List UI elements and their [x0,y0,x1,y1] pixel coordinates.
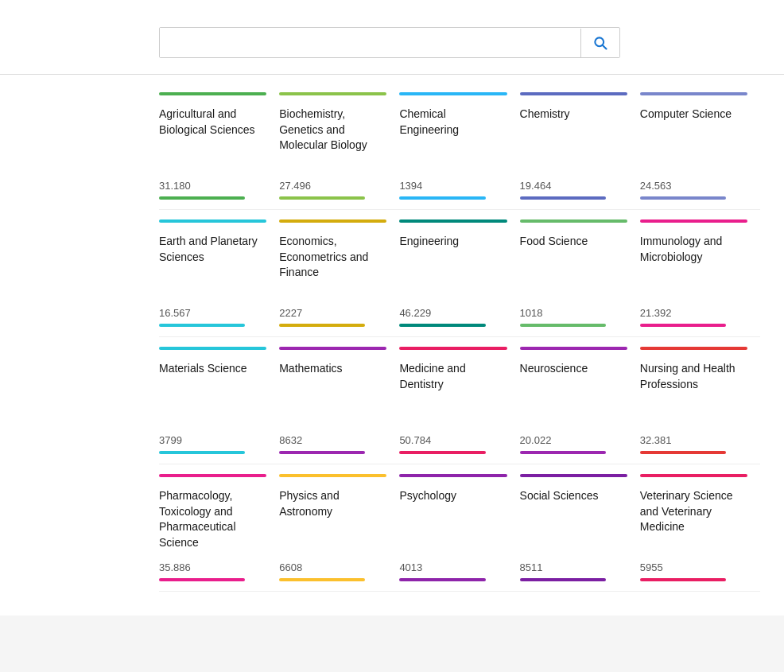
topic-cell-computer-science[interactable]: Computer Science24.563 [640,83,760,210]
topic-count: 35.886 [159,561,266,573]
topic-count: 6608 [279,561,386,573]
topic-name: Engineering [399,234,506,301]
topic-top-border [159,347,266,350]
topic-cell-chemical-engineering[interactable]: Chemical Engineering1394 [399,83,519,210]
topic-bar [520,451,606,454]
topic-cell-social-sciences[interactable]: Social Sciences8511 [520,464,640,592]
topic-count: 50.784 [399,434,506,446]
search-input[interactable] [160,28,580,57]
topic-top-border [520,219,627,223]
topic-top-border [640,92,747,95]
topic-bar [520,324,606,327]
topic-cell-psychology[interactable]: Psychology4013 [399,464,519,592]
topic-cell-medicine-dentistry[interactable]: Medicine and Dentistry50.784 [399,337,519,464]
topic-top-border [640,474,747,477]
topic-count: 1018 [520,307,627,319]
topic-bar [399,196,485,200]
topic-bar [159,324,245,327]
topic-bar [399,324,485,327]
topic-cell-agricultural-biological-sciences[interactable]: Agricultural and Biological Sciences31.1… [159,83,279,210]
topic-count: 24.563 [640,180,747,192]
topic-cell-food-science[interactable]: Food Science1018 [520,210,640,337]
topic-bar [520,196,606,200]
topic-cell-pharmacology-toxicology-pharmaceutical[interactable]: Pharmacology, Toxicology and Pharmaceuti… [159,464,279,592]
topic-top-border [399,219,506,223]
topic-top-border [279,92,386,95]
topic-bar [279,451,365,454]
topic-top-border [279,474,386,477]
topic-cell-neuroscience[interactable]: Neuroscience20.022 [520,337,640,464]
topic-name: Chemical Engineering [399,107,506,173]
topic-cell-economics-econometrics-finance[interactable]: Economics, Econometrics and Finance2227 [279,210,399,337]
topic-cell-chemistry[interactable]: Chemistry19.464 [520,83,640,210]
topic-top-border [399,474,506,477]
topic-count: 8632 [279,434,386,446]
topic-bar [279,324,365,327]
topic-name: Economics, Econometrics and Finance [279,234,386,301]
topic-name: Nursing and Health Professions [640,361,747,428]
topic-name: Agricultural and Biological Sciences [159,107,266,173]
topic-cell-physics-astronomy[interactable]: Physics and Astronomy6608 [279,464,399,592]
topic-count: 19.464 [520,180,627,192]
topic-top-border [159,474,266,477]
search-icon [592,35,608,51]
topic-top-border [520,474,627,477]
topic-top-border [520,347,627,350]
topic-name: Food Science [520,234,627,301]
topic-name: Social Sciences [520,488,627,555]
topic-count: 21.392 [640,307,747,319]
topic-cell-engineering[interactable]: Engineering46.229 [399,210,519,337]
topic-top-border [399,347,506,350]
topic-name: Pharmacology, Toxicology and Pharmaceuti… [159,488,266,555]
topic-bar [640,324,726,327]
topic-name: Immunology and Microbiology [640,234,747,301]
main-content: Agricultural and Biological Sciences31.1… [0,75,784,616]
topic-count: 46.229 [399,307,506,319]
topic-count: 2227 [279,307,386,319]
topic-count: 31.180 [159,180,266,192]
topic-top-border [399,92,506,95]
topic-name: Physics and Astronomy [279,488,386,555]
topic-bar [640,196,726,200]
topic-top-border [520,92,627,95]
topic-top-border [159,219,266,223]
topics-grid: Agricultural and Biological Sciences31.1… [159,83,760,592]
search-button[interactable] [580,29,619,57]
topic-bar [159,196,245,200]
topic-name: Biochemistry, Genetics and Molecular Bio… [279,107,386,173]
topic-count: 1394 [399,180,506,192]
topic-name: Neuroscience [520,361,627,428]
topic-bar [279,578,365,581]
topic-name: Veterinary Science and Veterinary Medici… [640,488,747,555]
topic-bar [520,578,606,581]
topic-bar [399,451,485,454]
topic-name: Earth and Planetary Sciences [159,234,266,301]
search-bar [159,27,620,58]
topic-count: 27.496 [279,180,386,192]
topic-bar [640,451,726,454]
page-header [0,0,784,75]
topic-count: 16.567 [159,307,266,319]
topic-cell-nursing-health-professions[interactable]: Nursing and Health Professions32.381 [640,337,760,464]
topic-name: Computer Science [640,107,747,173]
topic-top-border [279,219,386,223]
topic-cell-biochemistry-genetics-molecular-biology[interactable]: Biochemistry, Genetics and Molecular Bio… [279,83,399,210]
topic-bar [159,578,245,581]
topic-cell-materials-science[interactable]: Materials Science3799 [159,337,279,464]
topic-name: Psychology [399,488,506,555]
topic-cell-mathematics[interactable]: Mathematics8632 [279,337,399,464]
topic-top-border [640,219,747,223]
topic-count: 4013 [399,561,506,573]
topic-count: 3799 [159,434,266,446]
topic-cell-earth-planetary-sciences[interactable]: Earth and Planetary Sciences16.567 [159,210,279,337]
topic-count: 32.381 [640,434,747,446]
topic-count: 20.022 [520,434,627,446]
topic-cell-immunology-microbiology[interactable]: Immunology and Microbiology21.392 [640,210,760,337]
topic-name: Materials Science [159,361,266,428]
topic-bar [279,196,365,200]
topic-bar [159,451,245,454]
topic-cell-veterinary-science[interactable]: Veterinary Science and Veterinary Medici… [640,464,760,592]
topic-top-border [640,347,747,350]
svg-line-1 [603,45,607,49]
topic-bar [399,578,485,581]
